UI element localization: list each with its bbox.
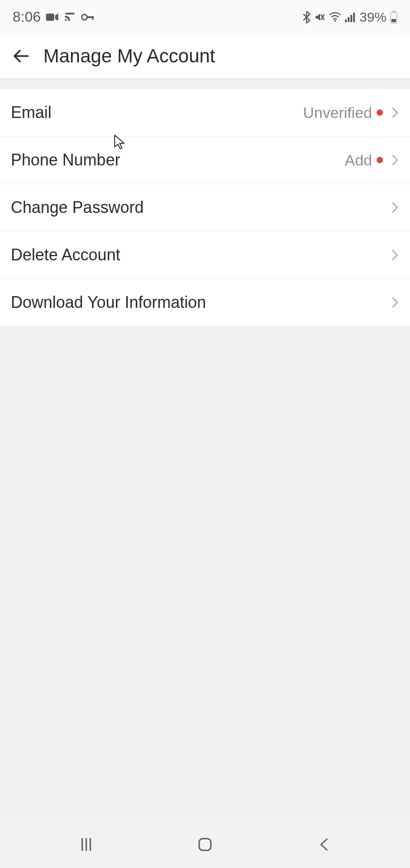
item-label: Download Your Information <box>11 293 206 312</box>
settings-item-change-password[interactable]: Change Password <box>0 184 410 231</box>
chevron-right-icon <box>390 108 400 118</box>
recents-icon <box>79 837 94 852</box>
item-right: Unverified <box>303 104 400 122</box>
svg-point-6 <box>334 20 336 22</box>
svg-rect-17 <box>199 839 211 850</box>
svg-rect-7 <box>345 19 347 22</box>
settings-item-delete-account[interactable]: Delete Account <box>0 231 410 279</box>
item-status: Unverified <box>303 104 372 122</box>
status-bar-right: 39% <box>303 9 397 25</box>
status-bar: 8:06 39% <box>0 0 410 34</box>
signal-icon <box>345 12 356 22</box>
svg-point-1 <box>82 14 87 20</box>
chevron-right-icon <box>390 155 400 165</box>
svg-rect-13 <box>391 19 396 22</box>
header-spacer <box>0 79 410 89</box>
item-label: Change Password <box>11 198 144 217</box>
svg-rect-10 <box>353 13 355 22</box>
svg-rect-0 <box>46 14 54 21</box>
settings-item-phone-number[interactable]: Phone Number Add <box>0 137 410 184</box>
battery-icon <box>390 11 397 24</box>
system-nav-bar <box>0 821 410 868</box>
home-button[interactable] <box>178 833 232 856</box>
item-right: Add <box>345 151 401 169</box>
item-label: Phone Number <box>11 151 120 170</box>
status-bar-left: 8:06 <box>13 9 95 25</box>
page-title: Manage My Account <box>43 45 215 67</box>
chevron-right-icon <box>390 250 400 260</box>
item-status: Add <box>345 151 373 169</box>
item-right <box>387 203 400 212</box>
alert-dot-icon <box>377 157 383 163</box>
chevron-left-icon <box>318 836 329 853</box>
alert-dot-icon <box>377 109 383 116</box>
arrow-left-icon <box>12 46 32 66</box>
cast-icon <box>64 12 76 22</box>
clock-time: 8:06 <box>13 9 41 25</box>
settings-list: Email Unverified Phone Number Add Change… <box>0 89 410 326</box>
svg-rect-9 <box>350 15 352 22</box>
back-nav-button[interactable] <box>297 833 351 856</box>
app-header: Manage My Account <box>0 34 410 79</box>
bluetooth-icon <box>303 11 311 24</box>
vpn-key-icon <box>81 14 95 21</box>
recents-button[interactable] <box>59 833 113 856</box>
mute-icon <box>314 12 325 23</box>
battery-percent: 39% <box>359 9 387 25</box>
item-right <box>387 250 400 260</box>
chevron-right-icon <box>390 203 400 212</box>
content-background <box>0 326 410 821</box>
back-button[interactable] <box>9 43 34 69</box>
svg-rect-8 <box>348 17 349 22</box>
video-recording-icon <box>46 13 59 22</box>
chevron-right-icon <box>390 297 400 307</box>
item-label: Email <box>11 103 51 122</box>
wifi-icon <box>329 12 341 22</box>
item-label: Delete Account <box>11 245 120 264</box>
home-icon <box>197 836 213 853</box>
svg-rect-3 <box>92 16 93 20</box>
settings-item-download-information[interactable]: Download Your Information <box>0 279 410 326</box>
settings-item-email[interactable]: Email Unverified <box>0 89 410 137</box>
item-right <box>387 297 400 307</box>
